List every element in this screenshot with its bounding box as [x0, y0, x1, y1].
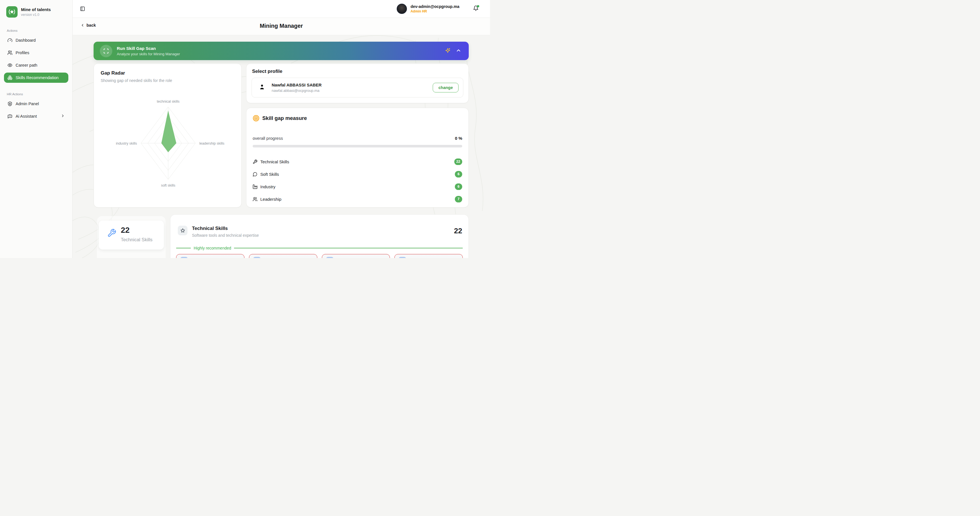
run-skill-gap-scan-banner[interactable]: Run Skill Gap Scan Analyze your skills f… — [94, 42, 469, 60]
sidebar-item-dashboard[interactable]: Dashboard — [4, 35, 68, 45]
skill-gap-title: Skill gap measure — [262, 115, 307, 121]
person-icon — [259, 84, 266, 92]
recommended-skill-card[interactable] — [249, 254, 317, 258]
app-logo-icon — [6, 6, 18, 17]
category-count: 22 — [454, 227, 462, 235]
notification-dot — [477, 5, 479, 7]
category-title: Technical Skills — [192, 226, 259, 231]
technical-skills-category-card: Technical Skills Software tools and tech… — [170, 214, 469, 258]
avatar[interactable] — [397, 4, 407, 14]
stat-value: 22 — [121, 226, 153, 234]
skill-row-industry: Industry 6 — [253, 182, 462, 191]
banner-title: Run Skill Gap Scan — [117, 46, 180, 51]
sidebar-item-label: Career path — [16, 63, 37, 67]
sidebar-item-profiles[interactable]: Profiles — [4, 48, 68, 58]
skill-row-technical: Technical Skills 22 — [253, 157, 462, 166]
skill-count-badge: 6 — [455, 171, 462, 178]
bot-chat-icon — [7, 114, 13, 119]
skill-card-icon — [399, 257, 406, 258]
page-content: Run Skill Gap Scan Analyze your skills f… — [73, 35, 490, 258]
user-role-badge: Admin HR — [410, 10, 460, 13]
main-area: dev-admin@ocpgroup.ma Admin HR back Mini… — [73, 0, 490, 258]
page-header: back Mining Manager — [73, 18, 490, 35]
stat-label: Technical Skills — [121, 237, 153, 242]
sidebar-item-label: Profiles — [16, 51, 29, 55]
user-email: dev-admin@ocpgroup.ma — [410, 4, 460, 9]
profile-email: nawfal.abbasi@ocpgroup.ma — [272, 89, 321, 93]
radar-axis-label-right: leadership skills — [199, 141, 224, 145]
overall-progress-value: 0 % — [455, 136, 462, 141]
overall-progress-bar — [253, 145, 462, 148]
select-profile-card: Select profile Nawfal ABBASSI SABER nawf… — [246, 63, 469, 103]
users-icon — [253, 197, 258, 202]
skill-row-label: Industry — [260, 184, 275, 189]
sidebar-item-ai-assistant[interactable]: Ai Assistant — [4, 111, 68, 121]
app-version: version v1.0 — [21, 13, 51, 17]
radar-axis-label-top: technical skills — [157, 100, 180, 103]
skill-row-label: Soft Skills — [260, 172, 279, 177]
skill-count-badge: 22 — [454, 159, 462, 165]
chevron-up-icon — [456, 48, 461, 53]
star-icon — [178, 226, 188, 235]
blocks-icon — [7, 75, 13, 80]
section-label-hr-actions: HR Actions — [7, 92, 68, 96]
sidebar: Mine of talents version v1.0 Actions Das… — [0, 0, 73, 258]
panel-left-icon — [80, 6, 85, 11]
recommended-skill-card[interactable] — [322, 254, 390, 258]
sidebar-item-admin-panel[interactable]: Admin Panel — [4, 98, 68, 109]
app-name: Mine of talents — [21, 7, 51, 12]
profile-name: Nawfal ABBASSI SABER — [272, 83, 321, 87]
wrench-icon — [107, 229, 116, 238]
topbar: dev-admin@ocpgroup.ma Admin HR — [73, 0, 490, 18]
recommended-skill-cards — [176, 254, 463, 258]
highly-recommended-label: Highly recommended — [193, 246, 232, 250]
sidebar-item-career-path[interactable]: Career path — [4, 60, 68, 70]
brand: Mine of talents version v1.0 — [4, 6, 68, 17]
skill-row-soft: Soft Skills 6 — [253, 170, 462, 178]
collapse-banner-button[interactable] — [456, 48, 461, 54]
shield-user-icon — [7, 101, 13, 106]
gap-radar-title: Gap Radar — [101, 70, 234, 76]
scan-icon — [100, 45, 112, 57]
target-icon — [253, 115, 259, 122]
gap-radar-card: Gap Radar Showing gap of needed skills f… — [94, 63, 242, 208]
highly-recommended-divider: Highly recommended — [176, 245, 463, 251]
radar-series — [161, 111, 177, 152]
section-label-actions: Actions — [7, 29, 68, 32]
sidebar-item-skills-recommendation[interactable]: Skills Recommendation — [4, 73, 68, 83]
select-profile-title: Select profile — [252, 68, 463, 74]
radar-chart: technical skills leadership skills soft … — [94, 84, 242, 206]
radar-axis-label-left: industry skills — [116, 141, 137, 145]
user-menu[interactable]: dev-admin@ocpgroup.ma Admin HR — [397, 4, 460, 14]
skill-card-icon — [253, 257, 261, 258]
sidebar-item-label: Admin Panel — [16, 102, 39, 106]
factory-icon — [253, 184, 258, 189]
skill-card-icon — [326, 257, 334, 258]
skill-card-icon — [180, 257, 188, 258]
change-profile-button[interactable]: change — [433, 83, 458, 92]
sidebar-item-label: Ai Assistant — [16, 114, 37, 119]
eye-icon — [7, 63, 13, 68]
category-subtitle: Software tools and technical expertise — [192, 233, 259, 238]
skill-row-leadership: Leadership 7 — [253, 195, 462, 203]
technical-skills-stat-card[interactable]: 22 Technical Skills — [99, 221, 164, 249]
skill-row-label: Technical Skills — [260, 159, 289, 164]
app-root: Mine of talents version v1.0 Actions Das… — [0, 0, 490, 258]
gauge-icon — [7, 38, 13, 43]
skill-count-badge: 6 — [455, 183, 462, 190]
sidebar-item-label: Dashboard — [16, 38, 36, 43]
gap-radar-subtitle: Showing gap of needed skills for the rol… — [101, 78, 234, 83]
users-icon — [7, 50, 13, 55]
banner-subtitle: Analyze your skills for Mining Manager — [117, 52, 180, 56]
recommended-skill-card[interactable] — [176, 254, 245, 258]
skill-gap-measure-card: Skill gap measure overall progress 0 % T… — [246, 108, 469, 208]
selected-profile-row: Nawfal ABBASSI SABER nawfal.abbasi@ocpgr… — [251, 78, 463, 97]
sidebar-toggle-button[interactable] — [78, 5, 87, 13]
skill-count-badge: 7 — [455, 196, 462, 202]
recommended-skill-card[interactable] — [395, 254, 463, 258]
wrench-icon — [253, 159, 258, 164]
sidebar-item-label: Skills Recommendation — [16, 75, 59, 80]
radar-axis-label-bottom: soft skills — [161, 183, 175, 187]
notifications-button[interactable] — [473, 5, 479, 12]
chevron-right-icon — [61, 114, 65, 119]
